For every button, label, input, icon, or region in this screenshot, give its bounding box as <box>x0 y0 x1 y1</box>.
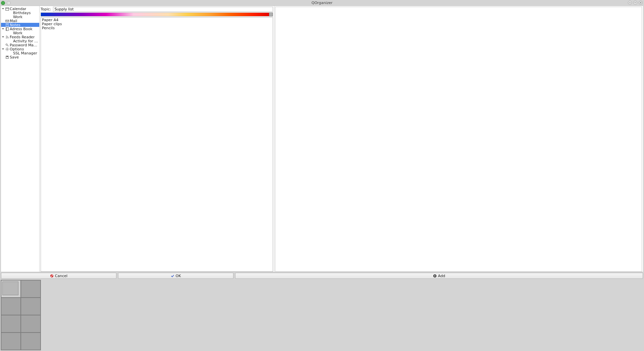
app-icon <box>1 1 5 5</box>
book-icon <box>5 27 9 31</box>
svg-line-20 <box>6 50 6 50</box>
svg-line-17 <box>6 48 6 48</box>
button-label: OK <box>176 274 181 278</box>
add-icon <box>433 274 437 278</box>
sidebar-item-save[interactable]: Save <box>1 55 39 59</box>
bottom-toolbar: Cancel OK Add <box>0 272 644 279</box>
sidebar-item-mail[interactable]: Mail <box>1 19 39 23</box>
sidebar-item-feed-activity[interactable]: Activity for QO... <box>1 39 39 43</box>
svg-point-9 <box>6 44 7 45</box>
sidebar-item-birthdays[interactable]: Birthdays <box>1 11 39 15</box>
sidebar-item-label: Work <box>13 15 22 19</box>
sidebar-item-label: Birthdays <box>13 11 31 15</box>
sidebar-item-label: Adress Book <box>10 27 33 31</box>
pager-cell[interactable] <box>1 333 21 350</box>
topic-label: Topic: <box>41 7 51 11</box>
sidebar-item-label: Activity for QO... <box>13 39 39 43</box>
sidebar-item-passwords[interactable]: Password Man... <box>1 43 39 47</box>
maximize-button[interactable] <box>633 1 637 5</box>
pager-cell[interactable] <box>1 298 21 315</box>
sidebar-item-work[interactable]: Work <box>1 15 39 19</box>
note-editor: Topic: <box>40 6 274 272</box>
sidebar-item-notes[interactable]: Notes <box>1 23 39 27</box>
sidebar-item-addressbook[interactable]: Adress Book <box>1 27 39 31</box>
topic-input[interactable] <box>53 7 273 12</box>
desktop-pager[interactable] <box>1 280 41 350</box>
add-button[interactable]: Add <box>235 273 643 279</box>
sidebar-item-label: Calendar <box>10 7 26 11</box>
collapse-icon[interactable] <box>1 35 5 39</box>
sidebar-item-label: Mail <box>10 19 17 23</box>
pager-cell[interactable] <box>21 298 41 315</box>
svg-rect-6 <box>6 27 8 30</box>
window-unknown-button[interactable] <box>7 1 11 5</box>
sidebar-item-calendar[interactable]: Calendar <box>1 7 39 11</box>
sidebar-item-label: Work <box>13 31 22 35</box>
collapse-icon[interactable] <box>1 27 5 31</box>
sidebar-item-label: Feeds Reader <box>10 35 35 39</box>
collapse-icon[interactable] <box>1 7 5 11</box>
topic-row: Topic: <box>40 6 274 12</box>
button-label: Add <box>438 274 445 278</box>
pager-cell[interactable] <box>1 315 21 333</box>
svg-point-12 <box>6 48 8 50</box>
button-label: Cancel <box>55 274 67 278</box>
pager-cell[interactable] <box>21 315 41 333</box>
preview-pane <box>275 7 642 272</box>
close-button[interactable] <box>639 1 643 5</box>
sidebar-item-options[interactable]: Options <box>1 47 39 51</box>
sidebar-item-label: Options <box>10 47 24 51</box>
pager-cell[interactable] <box>21 280 41 298</box>
pager-cell[interactable] <box>21 333 41 350</box>
titlebar: QOrganizer <box>0 0 644 6</box>
sidebar-item-label: Notes <box>10 23 20 27</box>
key-icon <box>5 43 9 47</box>
sidebar: Calendar Birthdays Work Mail Notes Adres… <box>1 6 40 272</box>
svg-rect-0 <box>5 7 8 10</box>
svg-line-18 <box>8 50 8 50</box>
rss-icon <box>5 35 9 39</box>
save-icon <box>5 55 9 59</box>
svg-point-8 <box>6 38 6 38</box>
pager-cell[interactable] <box>1 280 21 298</box>
mail-icon <box>5 19 9 23</box>
color-gradient[interactable] <box>41 12 273 16</box>
sidebar-item-label: Save <box>10 55 19 59</box>
svg-line-11 <box>8 45 8 46</box>
svg-line-19 <box>8 48 8 48</box>
ok-button[interactable]: OK <box>118 273 233 279</box>
window-title: QOrganizer <box>312 1 332 5</box>
cancel-icon <box>50 274 54 278</box>
svg-rect-22 <box>6 56 8 57</box>
main-area: Calendar Birthdays Work Mail Notes Adres… <box>1 6 643 272</box>
cancel-button[interactable]: Cancel <box>1 273 116 279</box>
sidebar-item-ab-work[interactable]: Work <box>1 31 39 35</box>
note-body-wrap <box>41 17 273 272</box>
minimize-button[interactable] <box>628 1 632 5</box>
notes-icon <box>5 23 9 27</box>
sidebar-item-label: Password Man... <box>10 43 39 47</box>
collapse-icon[interactable] <box>1 47 5 51</box>
sidebar-item-feeds[interactable]: Feeds Reader <box>1 35 39 39</box>
note-body[interactable] <box>41 17 273 271</box>
sidebar-item-ssl[interactable]: SSL Manager <box>1 51 39 55</box>
gradient-handle[interactable] <box>269 12 273 16</box>
ok-icon <box>171 274 175 278</box>
gear-icon <box>5 47 9 51</box>
calendar-icon <box>5 7 9 11</box>
sidebar-item-label: SSL Manager <box>13 51 37 55</box>
